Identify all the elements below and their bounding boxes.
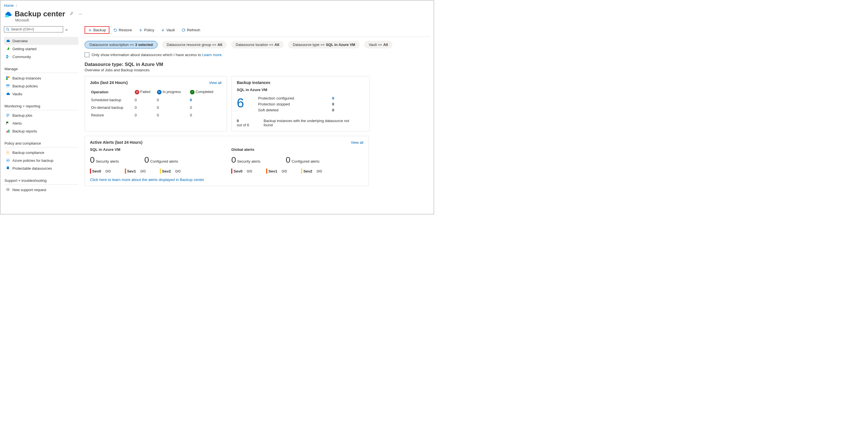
- metric-label: Soft deleted: [258, 108, 279, 112]
- sidebar-item-backup-instances[interactable]: Backup instances: [4, 74, 79, 82]
- pin-icon[interactable]: [68, 11, 75, 17]
- page-title: Backup center: [15, 9, 65, 18]
- instances-card: Backup instances SQL in Azure VM 6 Prote…: [231, 76, 370, 131]
- svg-rect-21: [7, 168, 9, 169]
- chevron-right-icon: 〉: [16, 4, 19, 7]
- learn-more-link[interactable]: Learn more: [202, 53, 222, 57]
- failed-icon: ✕: [135, 90, 139, 94]
- sev2-badge: Sev2 0/0: [160, 168, 181, 174]
- pill-subscription[interactable]: Datasource subscription == 3 selected: [85, 41, 158, 49]
- sidebar-item-backup-jobs[interactable]: Backup jobs: [4, 111, 79, 119]
- breadcrumb-home[interactable]: Home: [4, 3, 14, 8]
- sev2-badge: Sev2 0/0: [301, 168, 322, 174]
- undo-icon: [113, 28, 117, 32]
- security-alerts-count: 0Security alerts: [231, 155, 260, 164]
- sidebar-item-vaults[interactable]: Vaults: [4, 90, 79, 98]
- alerts-view-all-link[interactable]: View all: [351, 141, 363, 145]
- configured-alerts-count: 0Configured alerts: [286, 155, 320, 164]
- table-row: On-demand backup000: [91, 104, 221, 111]
- collapse-icon[interactable]: «: [65, 27, 68, 32]
- metric-value-link[interactable]: 6: [332, 96, 334, 100]
- backup-button[interactable]: Backup: [85, 26, 110, 34]
- svg-point-0: [6, 28, 9, 30]
- sidebar-heading-policy: Policy and compliance: [4, 140, 79, 147]
- sidebar-item-overview[interactable]: Overview: [4, 37, 79, 45]
- svg-rect-20: [7, 166, 9, 168]
- sev0-badge: Sev0 0/0: [90, 168, 111, 174]
- sidebar-item-label: Vaults: [12, 92, 22, 96]
- pill-location[interactable]: Datasource location == All: [231, 41, 284, 49]
- svg-rect-15: [8, 130, 8, 132]
- more-icon[interactable]: ⋯: [78, 12, 84, 16]
- vault-button[interactable]: Vault: [158, 27, 178, 34]
- sev1-badge: Sev1 0/0: [266, 168, 287, 174]
- restore-button[interactable]: Restore: [111, 27, 135, 34]
- pill-resource-group[interactable]: Datasource resource group == All: [162, 41, 227, 49]
- sidebar-item-label: Backup instances: [12, 76, 41, 80]
- sidebar-item-label: Getting started: [12, 47, 36, 51]
- notfound-message: Backup instances with the underlying dat…: [264, 119, 354, 127]
- sidebar-heading-support: Support + troubleshooting: [4, 177, 79, 185]
- policy-icon: [6, 158, 10, 163]
- jobs-view-all-link[interactable]: View all: [209, 81, 222, 85]
- alerts-learn-more-link[interactable]: Click here to learn more about the alert…: [90, 178, 363, 182]
- cloud-icon: [6, 92, 10, 96]
- page-subtitle: Microsoft: [15, 18, 430, 22]
- svg-rect-6: [6, 79, 8, 80]
- people-icon: [6, 54, 10, 59]
- completed-icon: ✓: [190, 90, 194, 94]
- metric-value: 0: [332, 102, 334, 106]
- sidebar-item-backup-reports[interactable]: Backup reports: [4, 127, 79, 135]
- configured-alerts-count: 0Configured alerts: [144, 155, 178, 164]
- policy-button[interactable]: Policy: [136, 27, 157, 34]
- datasource-type-subtitle: Overview of Jobs and Backup instances: [85, 68, 430, 72]
- search-input[interactable]: Search (Ctrl+/): [4, 26, 63, 32]
- access-filter-checkbox[interactable]: [85, 53, 89, 57]
- sidebar-item-getting-started[interactable]: Getting started: [4, 45, 79, 53]
- breadcrumb: Home 〉: [4, 3, 430, 8]
- instances-subtitle: SQL in Azure VM: [237, 88, 364, 92]
- instances-total: 6: [237, 95, 244, 111]
- sev0-badge: Sev0 0/0: [231, 168, 252, 174]
- svg-rect-12: [6, 122, 8, 123]
- sidebar-item-support-request[interactable]: New support request: [4, 186, 79, 194]
- refresh-icon: [182, 28, 186, 32]
- instance-icon: [6, 76, 10, 80]
- search-icon: [6, 28, 9, 31]
- metric-label: Protection stopped: [258, 102, 290, 106]
- jobs-count-link[interactable]: 6: [189, 96, 221, 103]
- sidebar-item-label: Backup jobs: [12, 113, 32, 118]
- instances-card-title: Backup instances: [237, 80, 364, 85]
- svg-rect-14: [6, 131, 7, 132]
- chart-icon: [6, 129, 10, 133]
- sidebar-item-backup-compliance[interactable]: Backup compliance: [4, 149, 79, 156]
- col-failed: ✕Failed: [134, 88, 156, 96]
- sidebar-item-label: Azure policies for backup: [12, 158, 53, 163]
- jobs-card: Jobs (last 24 Hours) View all Operation …: [85, 76, 227, 131]
- sidebar-item-label: Backup policies: [12, 84, 38, 88]
- sidebar-item-community[interactable]: Community: [4, 53, 79, 61]
- svg-point-2: [6, 55, 8, 57]
- rocket-icon: [6, 47, 10, 51]
- refresh-button[interactable]: Refresh: [179, 27, 203, 34]
- metric-label: Protection configured: [258, 96, 294, 100]
- headset-icon: [6, 187, 10, 192]
- notfound-count: 0: [237, 119, 249, 123]
- pill-vault[interactable]: Vault == All: [364, 41, 393, 49]
- sidebar-item-azure-policies[interactable]: Azure policies for backup: [4, 156, 79, 164]
- svg-line-1: [8, 30, 9, 31]
- calendar-icon: [6, 84, 10, 88]
- plus-icon: [139, 28, 143, 32]
- table-row: Scheduled backup006: [91, 96, 221, 103]
- sidebar-item-label: Backup reports: [12, 129, 37, 133]
- server-icon: [6, 166, 10, 171]
- sidebar-item-label: Protectable datasources: [12, 166, 52, 171]
- sidebar-item-alerts[interactable]: Alerts: [4, 119, 79, 127]
- metric-value: 0: [332, 108, 334, 112]
- alerts-card-title: Active Alerts (last 24 Hours): [90, 140, 143, 145]
- svg-point-19: [7, 160, 8, 161]
- pill-datasource-type[interactable]: Datasource type == SQL in Azure VM: [288, 41, 360, 49]
- shield-icon: [6, 150, 10, 155]
- sidebar-item-backup-policies[interactable]: Backup policies: [4, 82, 79, 90]
- sidebar-item-protectable[interactable]: Protectable datasources: [4, 164, 79, 172]
